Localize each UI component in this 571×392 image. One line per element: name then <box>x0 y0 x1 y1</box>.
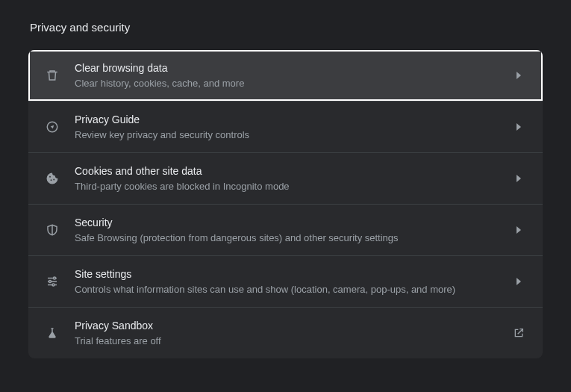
svg-point-4 <box>54 277 56 279</box>
row-desc: Review key privacy and security controls <box>75 128 511 142</box>
open-in-new-icon <box>511 326 526 340</box>
cookie-icon <box>45 171 60 186</box>
row-title: Security <box>75 215 511 230</box>
svg-point-6 <box>52 284 54 286</box>
row-title: Privacy Sandbox <box>75 318 511 333</box>
row-desc: Clear history, cookies, cache, and more <box>75 77 511 90</box>
svg-point-5 <box>49 281 52 283</box>
row-privacy-guide[interactable]: Privacy Guide Review key privacy and sec… <box>28 101 543 152</box>
row-desc: Third-party cookies are blocked in Incog… <box>75 180 511 193</box>
row-clear-browsing-data[interactable]: Clear browsing data Clear history, cooki… <box>28 50 543 101</box>
tune-icon <box>45 274 60 289</box>
chevron-right-icon <box>511 274 526 289</box>
chevron-right-icon <box>511 171 526 186</box>
row-security[interactable]: Security Safe Browsing (protection from … <box>28 204 543 255</box>
section-title: Privacy and security <box>30 21 543 34</box>
row-title: Cookies and other site data <box>75 164 511 178</box>
chevron-right-icon <box>511 223 526 237</box>
privacy-card: Clear browsing data Clear history, cooki… <box>28 50 543 358</box>
svg-point-1 <box>49 176 51 178</box>
row-desc: Safe Browsing (protection from dangerous… <box>75 231 511 245</box>
row-desc: Trial features are off <box>75 335 511 348</box>
row-site-settings[interactable]: Site settings Controls what information … <box>28 255 543 307</box>
chevron-right-icon <box>511 119 526 134</box>
compass-icon <box>45 119 60 134</box>
shield-icon <box>45 223 60 237</box>
row-privacy-sandbox[interactable]: Privacy Sandbox Trial features are off <box>28 307 543 358</box>
row-cookies[interactable]: Cookies and other site data Third-party … <box>28 152 543 204</box>
svg-point-2 <box>51 179 52 181</box>
svg-point-3 <box>53 179 54 181</box>
flask-icon <box>45 326 60 340</box>
chevron-right-icon <box>511 68 526 83</box>
row-desc: Controls what information sites can use … <box>75 283 511 296</box>
row-title: Privacy Guide <box>75 112 511 127</box>
row-title: Clear browsing data <box>75 60 511 75</box>
trash-icon <box>45 68 60 83</box>
row-title: Site settings <box>75 267 511 281</box>
